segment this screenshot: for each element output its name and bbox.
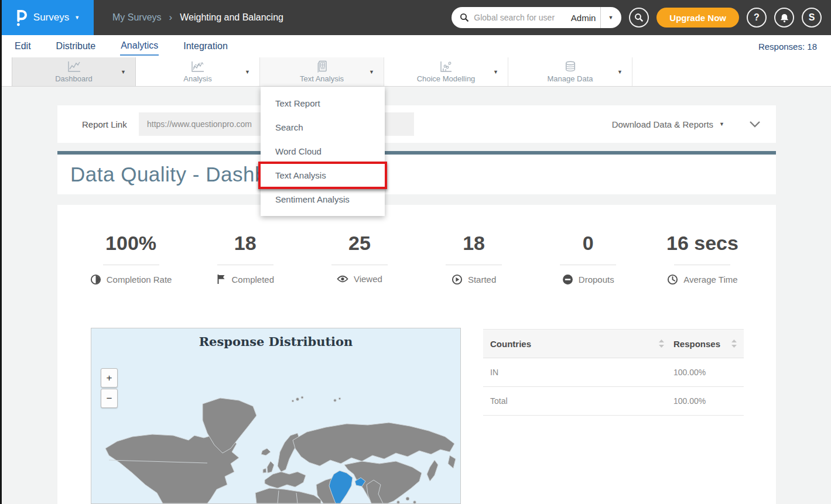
map-region-arctic-island[interactable] — [296, 398, 299, 401]
map-region-europe[interactable] — [265, 472, 306, 488]
notifications-button[interactable] — [774, 8, 794, 28]
chevron-down-icon[interactable]: ▼ — [617, 69, 623, 75]
stat-completion-rate: 100% Completion Rate — [74, 232, 188, 285]
product-name: Surveys — [33, 12, 69, 23]
menu-item-text-report[interactable]: Text Report — [261, 91, 385, 115]
countries-responses-table: Countries Responses IN 100.00% Total 100… — [483, 329, 744, 416]
toolbar-tab-analysis[interactable]: Analysis ▼ — [136, 57, 260, 86]
play-circle-icon — [452, 274, 463, 285]
stat-started: 18 Started — [417, 232, 531, 285]
stat-viewed: 25 Viewed — [302, 232, 416, 285]
map-region-africa[interactable] — [255, 488, 321, 503]
map-region-japan[interactable] — [427, 460, 438, 481]
divider — [560, 265, 616, 265]
menu-item-word-cloud[interactable]: Word Cloud — [261, 139, 385, 163]
survey-stats-row: 100% Completion Rate 18 Completed — [57, 205, 776, 285]
breadcrumb-my-surveys[interactable]: My Surveys — [112, 12, 162, 23]
chevron-down-icon[interactable]: ▼ — [606, 15, 615, 20]
chevron-down-icon: ▼ — [74, 15, 80, 20]
table-header-row: Countries Responses — [483, 329, 744, 358]
global-search[interactable]: Admin ▼ — [452, 7, 621, 28]
toolbar-tab-dashboard[interactable]: Dashboard ▼ — [12, 57, 136, 86]
map-region-iceland[interactable] — [261, 448, 271, 455]
table-row: Total 100.00% — [483, 387, 744, 416]
help-button[interactable]: ? — [747, 8, 767, 28]
toolbar-tab-label: Text Analysis — [300, 74, 344, 83]
zoom-out-button[interactable]: − — [101, 389, 118, 408]
questionpro-logo-icon — [14, 8, 28, 27]
tab-analytics[interactable]: Analytics — [120, 37, 159, 56]
account-avatar[interactable]: S — [802, 8, 822, 28]
tab-distribute[interactable]: Distribute — [56, 37, 97, 55]
search-icon — [460, 13, 469, 22]
map-region-arctic-island[interactable] — [301, 396, 303, 399]
question-mark-icon: ? — [754, 12, 760, 23]
tab-edit[interactable]: Edit — [14, 37, 32, 55]
chevron-down-icon[interactable]: ▼ — [493, 69, 498, 75]
stat-completed: 18 Completed — [188, 232, 302, 285]
collapse-panel-button[interactable] — [749, 121, 761, 128]
column-header-countries[interactable]: Countries — [490, 339, 664, 349]
map-region-philippines[interactable] — [406, 497, 409, 500]
download-data-reports-dropdown[interactable]: Download Data & Reports ▼ — [612, 119, 724, 129]
stat-value: 18 — [234, 232, 257, 255]
breadcrumb-current-survey: Weighting and Balancing — [180, 12, 283, 23]
top-bar-actions: Admin ▼ Upgrade Now ? S — [452, 7, 831, 28]
toolbar-tab-manage-data[interactable]: Manage Data ▼ — [508, 57, 632, 86]
product-switcher[interactable]: Surveys ▼ — [0, 0, 94, 35]
top-bar: Surveys ▼ My Surveys › Weighting and Bal… — [0, 0, 831, 35]
map-region-ireland[interactable] — [263, 468, 266, 473]
dashboard-card: 100% Completion Rate 18 Completed — [57, 205, 776, 504]
breadcrumb: My Surveys › Weighting and Balancing — [112, 12, 283, 23]
stat-label: Completed — [231, 275, 274, 284]
map-region-arctic-island[interactable] — [334, 399, 336, 402]
map-region-arctic-island[interactable] — [338, 397, 341, 400]
toolbar-tab-label: Dashboard — [55, 74, 93, 83]
divider — [217, 265, 273, 265]
country-cell: IN — [490, 368, 664, 377]
country-cell: Total — [490, 396, 664, 406]
breadcrumb-separator-icon: › — [169, 12, 173, 23]
chevron-down-icon[interactable]: ▼ — [369, 69, 374, 75]
map-region-east-islands[interactable] — [448, 455, 456, 468]
upgrade-button[interactable]: Upgrade Now — [656, 8, 739, 28]
divider — [331, 265, 388, 265]
toolbar-tab-choice-modelling[interactable]: Choice Modelling ▼ — [384, 57, 508, 86]
column-label: Countries — [490, 339, 531, 349]
stat-label: Completion Rate — [107, 275, 172, 284]
eye-icon — [337, 275, 348, 283]
report-link-label: Report Link — [82, 119, 139, 129]
map-region-united-kingdom[interactable] — [267, 461, 274, 473]
line-chart-icon — [66, 60, 81, 73]
menu-item-text-analysis[interactable]: Text Analysis — [261, 163, 385, 187]
menu-item-search[interactable]: Search — [261, 115, 385, 139]
stat-dropouts: 0 Dropouts — [531, 232, 645, 285]
chevron-down-icon — [749, 121, 761, 128]
chevron-down-icon[interactable]: ▼ — [121, 69, 126, 75]
chevron-down-icon: ▼ — [719, 122, 724, 127]
column-label: Responses — [673, 339, 720, 349]
menu-item-sentiment-analysis[interactable]: Sentiment Analysis — [261, 187, 385, 211]
analytics-toolbar: Dashboard ▼ Analysis ▼ — [0, 57, 831, 87]
map-region-indonesia[interactable] — [413, 501, 416, 503]
chevron-down-icon[interactable]: ▼ — [245, 69, 250, 75]
sort-icon[interactable] — [659, 340, 664, 348]
search-scope-selector[interactable]: Admin — [571, 13, 596, 23]
database-icon — [563, 60, 577, 73]
global-search-input[interactable] — [474, 13, 566, 22]
search-button[interactable] — [629, 8, 649, 28]
divider — [674, 265, 730, 265]
toolbar-tab-text-analysis[interactable]: Text Analysis ▼ — [260, 57, 384, 86]
zoom-in-button[interactable]: + — [101, 368, 118, 388]
trend-chart-icon — [190, 60, 205, 73]
column-header-responses[interactable]: Responses — [673, 339, 737, 349]
world-map[interactable] — [91, 386, 460, 503]
map-region-arctic-island[interactable] — [292, 400, 294, 402]
stat-label: Average Time — [683, 275, 737, 284]
map-region-indonesia[interactable] — [397, 501, 400, 503]
search-scope-divider — [600, 7, 601, 28]
tab-integration[interactable]: Integration — [183, 37, 228, 55]
map-region-russia[interactable] — [293, 423, 454, 466]
sort-icon[interactable] — [731, 340, 737, 348]
stat-label: Started — [468, 275, 496, 284]
